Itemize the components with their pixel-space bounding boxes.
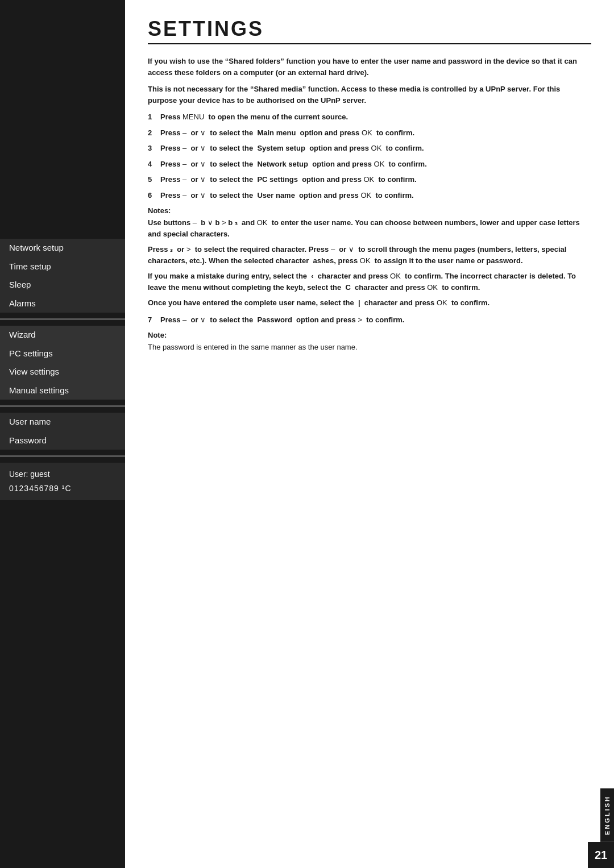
corner-labels: ENGLISH 21 (588, 788, 614, 868)
sidebar-item-alarms[interactable]: Alarms (0, 294, 125, 313)
step-number-4: 4 (148, 159, 158, 170)
sidebar-item-sleep[interactable]: Sleep (0, 276, 125, 294)
note-single: Note: The password is entered in the sam… (148, 331, 591, 353)
sidebar-group-3: User name Password (0, 413, 125, 450)
step-number-5: 5 (148, 174, 158, 185)
sidebar-group-4: User: guest 0123456789 ¹C (0, 463, 125, 500)
main-content: SETTINGS If you wish to use the “Shared … (125, 0, 614, 868)
step-text-2: Press – or ∨ to select the Main menu opt… (160, 127, 591, 139)
step-text-7: Press – or ∨ to select the Password opti… (160, 314, 591, 326)
sidebar: Network setup Time setup Sleep Alarms Wi… (0, 0, 125, 868)
sidebar-item-manual-settings[interactable]: Manual settings (0, 381, 125, 400)
sidebar-item-time-setup[interactable]: Time setup (0, 258, 125, 276)
sidebar-item-pc-settings[interactable]: PC settings (0, 344, 125, 363)
step-4: 4 Press – or ∨ to select the Network set… (148, 159, 591, 170)
note-title: Note: (148, 331, 591, 339)
step-text-6: Press – or ∨ to select the User name opt… (160, 190, 591, 201)
note-text: The password is entered in the same mann… (148, 342, 591, 353)
user-guest-label: User: guest (9, 467, 116, 481)
step-3: 3 Press – or ∨ to select the System setu… (148, 143, 591, 154)
sidebar-item-network-setup[interactable]: Network setup (0, 239, 125, 258)
step-number-3: 3 (148, 143, 158, 154)
step-number-1: 1 (148, 111, 158, 123)
step-text-3: Press – or ∨ to select the System setup … (160, 143, 591, 154)
sidebar-item-password[interactable]: Password (0, 431, 125, 450)
step-5: 5 Press – or ∨ to select the PC settings… (148, 174, 591, 185)
notes-text-2: Press ₃ or > to select the re­quired cha… (148, 244, 591, 266)
sidebar-item-wizard[interactable]: Wizard (0, 326, 125, 344)
step-number-7: 7 (148, 314, 158, 326)
notes-text-3: If you make a mistake during entry, sele… (148, 271, 591, 293)
page-number: 21 (588, 842, 614, 868)
notes-text-4: Once you have entered the complete user … (148, 297, 591, 309)
step-text-5: Press – or ∨ to select the PC settings o… (160, 174, 591, 185)
step-number-2: 2 (148, 127, 158, 139)
steps-list: 1 Press MENU to open the menu of the cur… (148, 111, 591, 201)
step-text-1: Press MENU to open the menu of the curre… (160, 111, 591, 123)
language-tab: ENGLISH (600, 788, 614, 842)
sidebar-group-1: Network setup Time setup Sleep Alarms (0, 239, 125, 313)
notes-text-1: Use buttons – b ∨ b > b ₃ and OK to ente… (148, 217, 591, 239)
sidebar-item-view-settings[interactable]: View settings (0, 363, 125, 381)
notes-section: Notes: Use buttons – b ∨ b > b ₃ and OK … (148, 206, 591, 309)
page-title: SETTINGS (148, 17, 591, 44)
step-text-4: Press – or ∨ to select the Network setup… (160, 159, 591, 170)
chars-label: 0123456789 ¹C (9, 481, 116, 496)
step-1: 1 Press MENU to open the menu of the cur… (148, 111, 591, 123)
step-6: 6 Press – or ∨ to select the User name o… (148, 190, 591, 201)
sidebar-group-2: Wizard PC settings View settings Manual … (0, 326, 125, 400)
step-2: 2 Press – or ∨ to select the Main menu o… (148, 127, 591, 139)
step-7-list: 7 Press – or ∨ to select the Password op… (148, 314, 591, 326)
sidebar-item-user-name[interactable]: User name (0, 413, 125, 431)
intro-paragraph-1: If you wish to use the “Shared folders” … (148, 56, 591, 78)
step-7: 7 Press – or ∨ to select the Password op… (148, 314, 591, 326)
intro-paragraph-2: This is not necessary for the “Shared me… (148, 84, 591, 106)
notes-title: Notes: (148, 206, 591, 215)
step-number-6: 6 (148, 190, 158, 201)
